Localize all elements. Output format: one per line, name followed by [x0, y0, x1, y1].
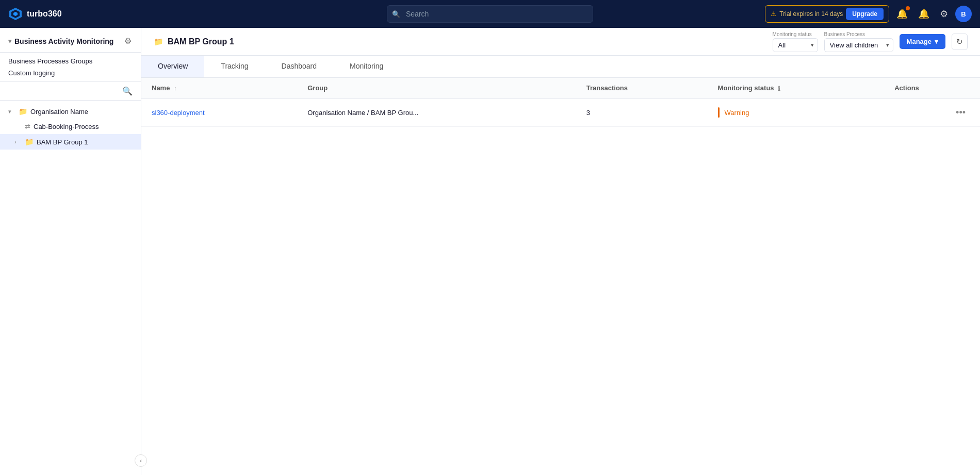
- section-label: Custom logging: [8, 69, 55, 77]
- tab-label: Monitoring: [350, 62, 383, 70]
- warning-bar-indicator: [718, 107, 720, 118]
- brand-icon: [8, 7, 23, 21]
- manage-label: Manage: [907, 38, 932, 45]
- ellipsis-icon: •••: [956, 107, 966, 118]
- chevron-down-icon: ▾: [935, 38, 938, 45]
- sidebar: ▾ Business Activity Monitoring ⚙ Busines…: [0, 28, 141, 475]
- tab-label: Dashboard: [282, 62, 317, 70]
- chevron-left-icon: ‹: [140, 457, 142, 464]
- tab-monitoring[interactable]: Monitoring: [333, 56, 400, 77]
- sidebar-title-area: ▾ Business Activity Monitoring: [8, 37, 113, 45]
- brand-logo-area: turbo360: [8, 7, 62, 21]
- tree-item-label: Cab-Booking-Process: [34, 123, 133, 130]
- sidebar-collapse-button[interactable]: ‹: [135, 454, 147, 467]
- settings-button[interactable]: ⚙: [937, 5, 951, 23]
- column-label: Name: [152, 84, 170, 92]
- tabs-bar: Overview Tracking Dashboard Monitoring: [141, 56, 980, 78]
- tab-dashboard[interactable]: Dashboard: [265, 56, 334, 77]
- upgrade-button[interactable]: Upgrade: [846, 8, 884, 20]
- warning-status-badge: Warning: [718, 107, 874, 118]
- data-table: Name ↑ Group Transactions Monitoring sta…: [141, 78, 980, 127]
- notification-badge: [906, 6, 910, 10]
- section-label: Business Processes Groups: [8, 57, 92, 65]
- business-process-select-wrap: View all children ▾: [824, 38, 893, 52]
- gear-icon: ⚙: [940, 8, 948, 20]
- business-process-group: Business Process View all children ▾: [824, 31, 893, 52]
- cell-monitoring-status: Warning: [708, 99, 885, 126]
- process-icon: ⇄: [25, 123, 30, 130]
- table-area: Name ↑ Group Transactions Monitoring sta…: [141, 78, 980, 475]
- cell-group: Organisation Name / BAM BP Grou...: [297, 99, 576, 126]
- tab-overview[interactable]: Overview: [141, 56, 204, 77]
- tree-item-label: BAM BP Group 1: [37, 138, 133, 146]
- column-header-monitoring-status: Monitoring status ℹ: [708, 78, 885, 99]
- header-controls: Monitoring status All Warning Critical O…: [773, 31, 968, 52]
- top-navigation: turbo360 🔍 ⚠ Trial expires in 14 days Up…: [0, 0, 980, 28]
- transactions-value: 3: [586, 109, 590, 117]
- cell-transactions: 3: [576, 99, 708, 126]
- column-label: Actions: [894, 84, 919, 92]
- tab-tracking[interactable]: Tracking: [204, 56, 265, 77]
- cell-actions: •••: [884, 99, 980, 126]
- sidebar-header: ▾ Business Activity Monitoring ⚙: [0, 28, 141, 53]
- column-header-actions: Actions: [884, 78, 980, 99]
- folder-icon: 📁: [19, 107, 27, 116]
- monitoring-status-select[interactable]: All Warning Critical OK: [773, 38, 818, 52]
- business-process-label: Business Process: [824, 31, 893, 37]
- row-actions-button[interactable]: •••: [952, 106, 970, 119]
- alerts-button[interactable]: 🔔: [915, 5, 933, 23]
- nav-right-area: ⚠ Trial expires in 14 days Upgrade 🔔 🔔 ⚙…: [765, 5, 972, 23]
- cell-name: sl360-deployment: [141, 99, 297, 126]
- page-title: BAM BP Group 1: [168, 37, 234, 46]
- sidebar-sections: Business Processes Groups Custom logging: [0, 53, 141, 82]
- column-label: Group: [307, 84, 328, 92]
- process-name-link[interactable]: sl360-deployment: [152, 109, 205, 117]
- business-process-select[interactable]: View all children: [824, 38, 893, 52]
- sidebar-title-text: Business Activity Monitoring: [14, 37, 113, 45]
- brand-name: turbo360: [27, 9, 62, 19]
- sidebar-settings-button[interactable]: ⚙: [123, 35, 133, 47]
- alert-icon: 🔔: [918, 8, 929, 20]
- manage-button[interactable]: Manage ▾: [900, 34, 945, 49]
- refresh-icon: ↻: [956, 37, 963, 46]
- monitoring-status-group: Monitoring status All Warning Critical O…: [773, 31, 818, 52]
- column-header-transactions: Transactions: [576, 78, 708, 99]
- chevron-down-icon: ▾: [8, 38, 11, 45]
- column-header-group: Group: [297, 78, 576, 99]
- tree-item-cab-booking[interactable]: ⇄ Cab-Booking-Process: [0, 119, 141, 134]
- column-label: Transactions: [586, 84, 628, 92]
- warning-icon: ⚠: [771, 10, 776, 18]
- search-input[interactable]: [387, 5, 593, 23]
- search-icon: 🔍: [392, 10, 400, 18]
- sidebar-tree: ▾ 📁 Organisation Name ⇄ Cab-Booking-Proc…: [0, 101, 141, 475]
- tab-label: Tracking: [221, 62, 248, 70]
- expand-icon: ›: [14, 139, 22, 145]
- sidebar-section-custom-logging[interactable]: Custom logging: [8, 68, 133, 78]
- monitoring-status-label: Monitoring status: [773, 31, 818, 37]
- refresh-button[interactable]: ↻: [952, 34, 968, 50]
- page-header: 📁 BAM BP Group 1 Monitoring status All W…: [141, 28, 980, 56]
- tree-item-organisation[interactable]: ▾ 📁 Organisation Name: [0, 104, 141, 119]
- main-content: 📁 BAM BP Group 1 Monitoring status All W…: [141, 28, 980, 475]
- table-row: sl360-deployment Organisation Name / BAM…: [141, 99, 980, 126]
- monitoring-status-select-wrap: All Warning Critical OK ▾: [773, 38, 818, 52]
- sidebar-search-button[interactable]: 🔍: [122, 86, 133, 96]
- column-header-name: Name ↑: [141, 78, 297, 99]
- app-layout: ▾ Business Activity Monitoring ⚙ Busines…: [0, 28, 980, 475]
- sidebar-search-area: 🔍: [0, 82, 141, 101]
- expand-icon: ▾: [8, 108, 15, 115]
- sidebar-section-business-processes[interactable]: Business Processes Groups: [8, 56, 133, 67]
- page-title-area: 📁 BAM BP Group 1: [154, 37, 764, 46]
- sort-icon: ↑: [174, 85, 177, 91]
- bell-icon: 🔔: [896, 8, 908, 20]
- trial-banner: ⚠ Trial expires in 14 days Upgrade: [765, 5, 889, 23]
- settings-icon: ⚙: [124, 37, 132, 45]
- user-avatar-button[interactable]: B: [955, 6, 972, 22]
- search-icon: 🔍: [122, 87, 133, 95]
- folder-icon: 📁: [25, 138, 34, 146]
- notifications-button[interactable]: 🔔: [893, 5, 911, 23]
- warning-link[interactable]: Warning: [725, 109, 749, 117]
- tree-item-bam-bp-group1[interactable]: › 📁 BAM BP Group 1: [0, 134, 141, 150]
- group-value: Organisation Name / BAM BP Grou...: [307, 109, 418, 117]
- column-label: Monitoring status: [718, 84, 774, 92]
